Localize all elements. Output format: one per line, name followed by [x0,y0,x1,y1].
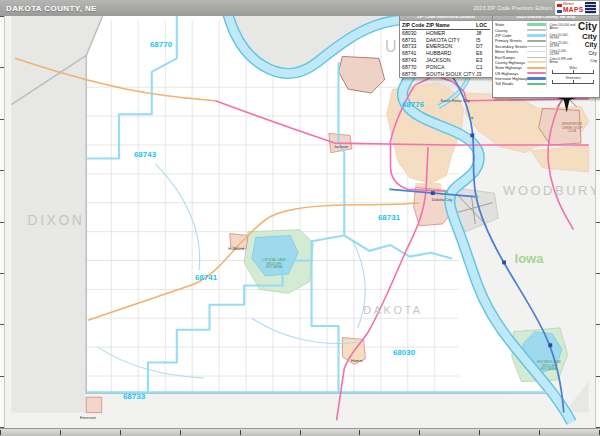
legend-line-label: County Highways [495,60,527,65]
header-bar: DAKOTA COUNTY, NE 2023 ZIP Code Premium … [0,0,600,16]
exit-ramp-icon [445,191,448,194]
legend-line-sample [527,67,546,70]
legend-line-label: ZIP Code [495,33,527,38]
loc-cell: J8 [476,30,490,37]
legend-line-sample [527,77,546,80]
grid-tick [596,119,600,120]
legend-line-label: Minor Streets [495,49,527,54]
grid-tick [596,376,600,377]
edition-label: 2023 ZIP Code Premium Edition [473,5,552,11]
loc-cell: J3 [476,71,490,78]
publisher-logo: Market MAPS [555,1,599,15]
loc-cell: I5 [476,37,490,44]
grid-tick [596,324,600,325]
city-size-item: Cities 5,000 - 24,999City [549,50,597,57]
legend-line-label: US Highways [495,71,527,76]
city-size-label: Cities 5,000 - 24,999 [549,50,575,57]
legend-line-label: Exit Ramps [495,55,527,60]
legend-line-sample [527,83,546,85]
grid-tick [60,430,61,435]
loc-cell: E3 [476,57,490,64]
loc-cell: D7 [476,43,490,50]
grid-tick [240,430,241,435]
emerson-area [86,397,101,412]
city-size-item: Cities 100,000 and AboveCity [549,22,597,32]
legend-line-sample [527,29,546,31]
exit-ramp-icon [389,188,392,191]
legend-line-sample [527,51,546,52]
logo-flag-icon [557,4,562,13]
legend-line-label: Secondary Streets [495,44,527,49]
city-size-sample: City [590,59,597,63]
column-header: ZIP Code [402,22,426,30]
city-size-sample: City [582,33,597,41]
city-size-label: Cities 25,000 - 49,999 [549,42,575,49]
legend-line-samples: StateCountyZIP CodePrimary StreetsSecond… [495,22,546,87]
grid-tick [539,430,540,435]
legend-line-label: Interstate Highways [495,76,527,81]
legend-line-sample [527,46,546,48]
legend-line-sample [527,40,546,42]
zip-name-cell: PONCA [426,64,476,71]
loc-cell: E6 [476,50,490,57]
zip-code-cell: 68776 [402,71,426,78]
city-size-item: Cities 4,999 and BelowCity [549,58,597,65]
zip-name-cell: HUBBARD [426,50,476,57]
logo-badge [585,2,596,14]
loc-cell: C1 [476,64,490,71]
grid-tick [419,430,420,435]
grid-tick [479,430,480,435]
legend-line-sample [527,34,546,37]
legend-panel: 2023 Dakota County, NE Map StateCountyZI… [492,12,600,98]
dixon-county-area [11,16,86,413]
grid-tick [300,430,301,435]
legend-line-sample [527,61,546,63]
left-grid-margin [0,16,5,428]
city-size-sample: City [578,22,597,32]
grid-tick [180,430,181,435]
zip-index-rows: ZIP CodeZIP NameLOC68030HOMERJ868731DAKO… [400,21,492,78]
grid-tick [0,222,4,223]
city-size-label: Cities 100,000 and Above [549,24,575,31]
legend-line-sample [527,57,546,58]
zip-name-cell: DAKOTA CITY [426,37,476,44]
legend-line-sample [527,72,546,75]
legend-line-label: County [495,28,527,33]
zip-code-cell: 68741 [402,50,426,57]
city-size-item: Cities 25,000 - 49,999City [549,42,597,49]
interstate-shield-icon [470,133,474,137]
grid-tick [0,273,4,274]
legend-line-label: Primary Streets [495,38,527,43]
grid-tick [0,430,1,435]
grid-tick [359,430,360,435]
scalebar [552,70,594,74]
zip-code-cell: 68733 [402,43,426,50]
zip-name-cell: SOUTH SIOUX CITY [426,71,476,78]
grid-tick [596,222,600,223]
page-title: DAKOTA COUNTY, NE [0,4,97,13]
grid-tick [596,170,600,171]
zip-code-cell: 68030 [402,30,426,37]
legend-city-sizes: Cities 100,000 and AboveCityCities 50,00… [546,22,597,87]
scale-bars: MilesKilometers [549,66,597,84]
bottom-grid-bar [0,428,600,436]
grid-tick [0,67,4,68]
grid-tick [0,16,4,17]
zip-name-cell: EMERSON [426,43,476,50]
zip-name-cell: HOMER [426,30,476,37]
legend-line-label: State Highways [495,65,527,70]
interstate-shield-icon [548,343,552,347]
column-header: LOC [476,22,490,30]
city-size-sample: City [588,51,597,56]
city-size-label: Cities 4,999 and Below [549,58,575,65]
grid-tick [0,119,4,120]
zip-name-cell: JACKSON [426,57,476,64]
zip-code-cell: 68743 [402,57,426,64]
exit-ramp-icon [471,117,474,120]
city-size-label: Cities 50,000 - 99,999 [549,34,575,41]
grid-tick [120,430,121,435]
zip-code-cell: 68770 [402,64,426,71]
interstate-shield-icon [502,261,506,265]
grid-tick [0,376,4,377]
map-document: DAKOTA COUNTY, NE 2023 ZIP Code Premium … [0,0,600,436]
